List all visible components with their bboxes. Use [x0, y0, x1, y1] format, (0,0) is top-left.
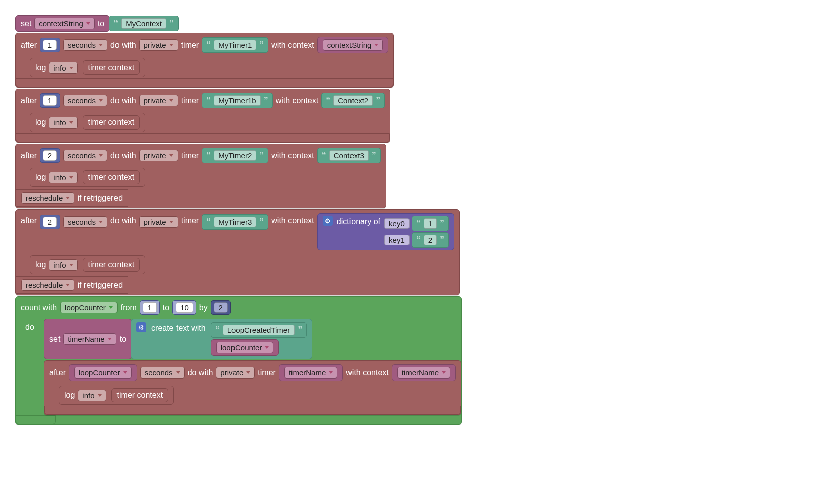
variable-dropdown[interactable]: timerName [397, 367, 450, 379]
after-timer-block[interactable]: after 2 seconds do with private timer “ … [15, 144, 386, 208]
dict-value-string[interactable]: “ 2 ” [412, 232, 449, 248]
variable-dropdown[interactable]: loopCounter [216, 342, 274, 353]
log-block[interactable]: log info timer context [30, 58, 145, 77]
number-input[interactable]: 1 [43, 40, 57, 50]
set-variable-block[interactable]: set contextString to “ MyContext ” [15, 15, 179, 32]
number-socket[interactable]: 2 [40, 148, 60, 163]
variable-ref-block[interactable]: contextString [317, 37, 389, 53]
after-timer-block[interactable]: after 2 seconds do with private timer “ … [15, 209, 460, 295]
time-unit-dropdown[interactable]: seconds [140, 367, 185, 379]
timer-context-block[interactable]: timer context [83, 115, 140, 130]
scope-dropdown[interactable]: private [139, 150, 178, 161]
scope-dropdown[interactable]: private [139, 95, 178, 106]
time-unit-dropdown[interactable]: seconds [63, 39, 107, 51]
number-input[interactable]: 2 [214, 302, 228, 313]
open-quote-icon: “ [416, 235, 421, 245]
log-keyword: log [35, 63, 46, 72]
string-value[interactable]: Context3 [329, 150, 369, 161]
scope-dropdown[interactable]: private [139, 216, 178, 228]
after-timer-block[interactable]: after loopCounter seconds do with privat… [44, 360, 461, 415]
string-value[interactable]: MyTimer3 [214, 217, 256, 227]
number-socket[interactable]: 1 [140, 300, 160, 315]
retrigger-mode-dropdown[interactable]: reschedule [21, 279, 74, 291]
number-input[interactable]: 1 [143, 302, 157, 313]
variable-dropdown[interactable]: timerName [284, 367, 337, 379]
after-keyword: after [21, 96, 37, 105]
scope-dropdown[interactable]: private [139, 39, 178, 51]
string-value[interactable]: 2 [424, 235, 437, 245]
gear-icon[interactable]: ⚙ [323, 216, 333, 226]
string-literal-block[interactable]: “ LoopCreatedTimer ” [211, 322, 307, 338]
number-socket[interactable]: 2 [211, 300, 231, 315]
scope-dropdown[interactable]: private [216, 367, 255, 379]
timer-context-block[interactable]: timer context [83, 258, 140, 272]
retrigger-row[interactable]: reschedule if retriggered [16, 189, 128, 207]
retrigger-row[interactable]: reschedule if retriggered [16, 276, 128, 294]
variable-ref-block[interactable]: loopCounter [69, 364, 137, 381]
dict-key-field[interactable]: key1 [384, 235, 410, 245]
log-block[interactable]: log info timer context [30, 168, 145, 187]
with-context-label: with context [271, 213, 314, 225]
log-level-dropdown[interactable]: info [49, 62, 77, 74]
timer-context-block[interactable]: timer context [83, 170, 140, 184]
variable-dropdown[interactable]: timerName [63, 333, 116, 345]
close-quote-icon: ” [440, 235, 444, 245]
after-timer-block[interactable]: after 1 seconds do with private timer “ … [15, 33, 394, 88]
time-unit-dropdown[interactable]: seconds [63, 216, 107, 228]
variable-ref-block[interactable]: loopCounter [211, 339, 279, 356]
string-value[interactable]: LoopCreatedTimer [223, 325, 295, 335]
retrigger-mode-dropdown[interactable]: reschedule [21, 192, 74, 204]
number-input[interactable]: 2 [43, 217, 57, 227]
variable-ref-block[interactable]: timerName [279, 364, 343, 381]
set-variable-block[interactable]: set timerName to ⚙ create text with “ Lo… [44, 319, 461, 359]
log-level-dropdown[interactable]: info [49, 117, 77, 129]
log-level-dropdown[interactable]: info [78, 390, 106, 401]
timer-context-block[interactable]: timer context [83, 60, 140, 75]
number-socket[interactable]: 1 [40, 38, 60, 52]
number-socket[interactable]: 1 [40, 93, 60, 108]
variable-ref-block[interactable]: timerName [392, 364, 456, 381]
number-socket[interactable]: 2 [40, 215, 60, 229]
time-unit-dropdown[interactable]: seconds [63, 95, 107, 106]
string-literal-block[interactable]: “ MyContext ” [109, 16, 179, 31]
context-string-block[interactable]: “ Context2 ” [321, 93, 385, 108]
log-block[interactable]: log info timer context [59, 386, 174, 405]
dict-key-field[interactable]: key0 [384, 218, 410, 229]
number-socket[interactable]: 10 [172, 300, 196, 315]
log-level-dropdown[interactable]: info [49, 259, 77, 271]
number-input[interactable]: 2 [43, 150, 57, 161]
log-block[interactable]: log info timer context [30, 113, 145, 132]
with-context-label: with context [346, 368, 388, 377]
create-text-block[interactable]: ⚙ create text with “ LoopCreatedTimer ” … [131, 319, 312, 359]
string-value[interactable]: MyTimer1 [214, 40, 256, 50]
time-unit-dropdown[interactable]: seconds [63, 150, 107, 161]
close-quote-icon: ” [376, 95, 380, 106]
timer-name-string[interactable]: “ MyTimer1b ” [202, 93, 272, 108]
string-value[interactable]: Context2 [333, 95, 373, 106]
string-value[interactable]: 1 [424, 218, 437, 229]
timer-context-block[interactable]: timer context [111, 388, 169, 402]
variable-dropdown[interactable]: contextString [323, 39, 383, 51]
timer-name-string[interactable]: “ MyTimer1 ” [202, 37, 268, 53]
timer-name-string[interactable]: “ MyTimer2 ” [202, 148, 268, 163]
close-quote-icon: ” [440, 218, 444, 229]
variable-dropdown[interactable]: contextString [34, 18, 95, 29]
string-value[interactable]: MyTimer2 [214, 150, 256, 161]
blockly-workspace[interactable]: set contextString to “ MyContext ” after… [15, 15, 803, 425]
close-quote-icon: ” [169, 18, 174, 29]
string-value[interactable]: MyContext [121, 18, 166, 29]
loop-variable-dropdown[interactable]: loopCounter [60, 302, 118, 313]
variable-dropdown[interactable]: loopCounter [74, 367, 132, 379]
string-value[interactable]: MyTimer1b [214, 95, 260, 106]
log-block[interactable]: log info timer context [30, 255, 145, 274]
after-timer-block[interactable]: after 1 seconds do with private timer “ … [15, 89, 390, 143]
number-input[interactable]: 10 [176, 302, 193, 313]
dictionary-block[interactable]: ⚙ dictionary of key0 “ 1 ” key1 [317, 213, 454, 250]
number-input[interactable]: 1 [43, 95, 57, 106]
gear-icon[interactable]: ⚙ [136, 322, 146, 332]
timer-name-string[interactable]: “ MyTimer3 ” [202, 214, 268, 230]
dict-value-string[interactable]: “ 1 ” [412, 216, 449, 231]
context-string-block[interactable]: “ Context3 ” [317, 148, 381, 163]
count-loop-block[interactable]: count with loopCounter from 1 to 10 by 2… [15, 296, 462, 425]
log-level-dropdown[interactable]: info [49, 172, 77, 183]
